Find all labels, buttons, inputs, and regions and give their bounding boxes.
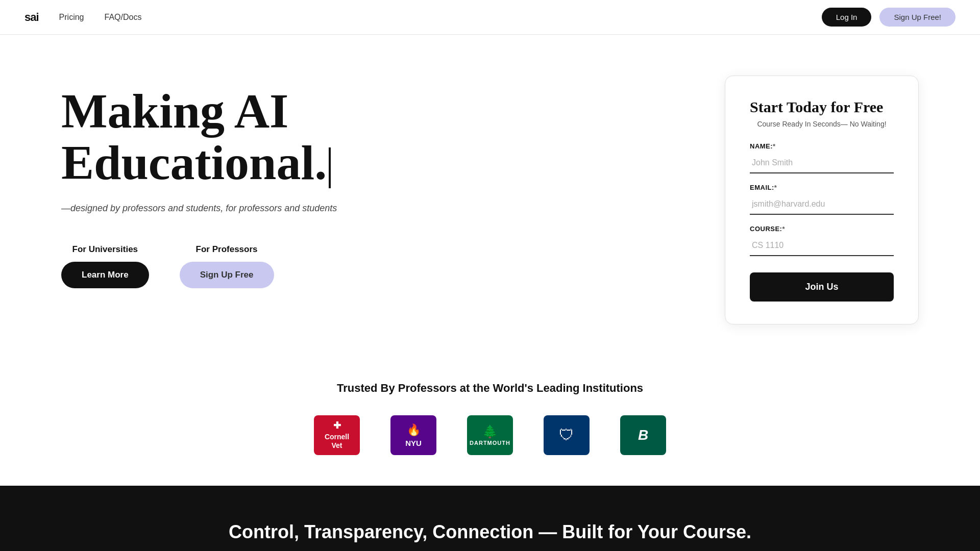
binghamton-logo: B: [620, 415, 666, 455]
nav-link-faq[interactable]: FAQ/Docs: [105, 13, 142, 22]
nav-right: Log In Sign Up Free!: [822, 8, 955, 27]
email-input[interactable]: [750, 194, 894, 215]
cta-professors-label: For Professors: [196, 244, 258, 255]
name-label: NAME:*: [750, 142, 894, 150]
course-field-group: COURSE:*: [750, 225, 894, 256]
hero-title-line1: Making AI: [61, 84, 288, 138]
learn-more-button[interactable]: Learn More: [61, 262, 149, 288]
cta-professors: For Professors Sign Up Free: [180, 244, 274, 288]
nyu-logo: 🔥 NYU: [390, 415, 436, 455]
yale-logo: 🛡: [544, 415, 590, 455]
cta-universities-label: For Universities: [72, 244, 138, 255]
signup-form-card: Start Today for Free Course Ready In Sec…: [725, 76, 919, 324]
course-input[interactable]: [750, 236, 894, 256]
trusted-section: Trusted By Professors at the World's Lea…: [0, 361, 980, 486]
form-subtitle: Course Ready In Seconds— No Waiting!: [750, 120, 894, 128]
hero-section: Making AI Educational. —designed by prof…: [0, 35, 980, 361]
name-field-group: NAME:*: [750, 142, 894, 173]
nav-left: sai Pricing FAQ/Docs: [24, 11, 141, 24]
nav-link-pricing[interactable]: Pricing: [59, 13, 84, 22]
hero-ctas: For Universities Learn More For Professo…: [61, 244, 419, 288]
email-field-group: EMAIL:*: [750, 184, 894, 215]
trusted-title: Trusted By Professors at the World's Lea…: [61, 382, 919, 395]
logos-row: ✚ Cornell Vet 🔥 NYU 🌲 DARTMOUTH 🛡 B: [61, 415, 919, 455]
navbar: sai Pricing FAQ/Docs Log In Sign Up Free…: [0, 0, 980, 35]
cornell-vet-logo: ✚ Cornell Vet: [314, 415, 360, 455]
hero-left: Making AI Educational. —designed by prof…: [61, 76, 419, 288]
signup-free-button[interactable]: Sign Up Free: [180, 262, 274, 288]
dartmouth-logo: 🌲 DARTMOUTH: [467, 415, 513, 455]
hero-title: Making AI Educational.: [61, 86, 419, 189]
form-title: Start Today for Free: [750, 98, 894, 116]
login-button[interactable]: Log In: [822, 8, 872, 27]
name-input[interactable]: [750, 153, 894, 173]
footer-section: Control, Transparency, Connection — Buil…: [0, 486, 980, 551]
hero-title-line2: Educational.: [61, 135, 327, 190]
footer-title: Control, Transparency, Connection — Buil…: [61, 521, 919, 543]
hero-subtitle: —designed by professors and students, fo…: [61, 203, 419, 214]
nav-signup-button[interactable]: Sign Up Free!: [879, 8, 955, 27]
course-label: COURSE:*: [750, 225, 894, 233]
email-label: EMAIL:*: [750, 184, 894, 191]
cta-universities: For Universities Learn More: [61, 244, 149, 288]
join-us-button[interactable]: Join Us: [750, 272, 894, 302]
cursor: [329, 147, 331, 188]
logo: sai: [24, 11, 39, 24]
